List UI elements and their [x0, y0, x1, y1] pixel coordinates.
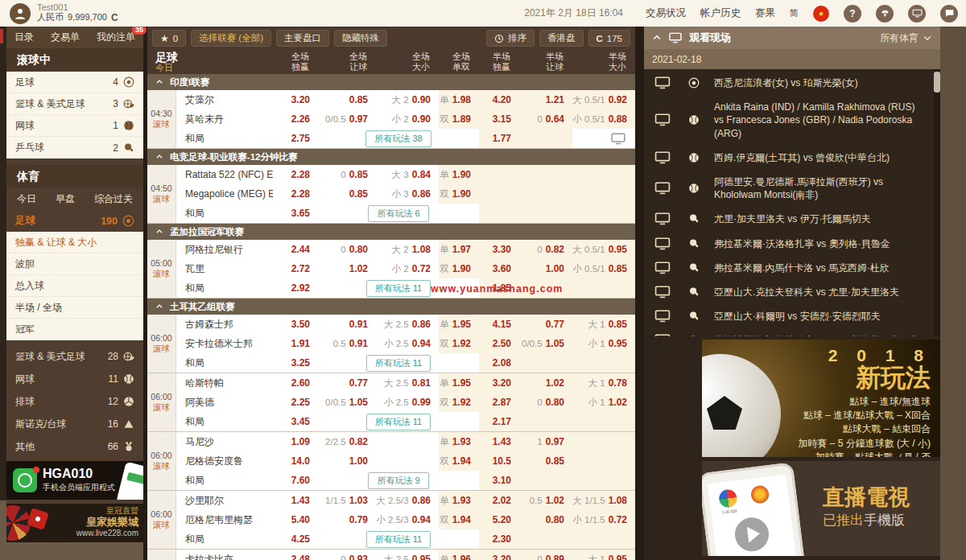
odds-cell[interactable]: 1.21 [519, 90, 572, 109]
hga010-app-ad[interactable]: HGA010 手机会员端应用程式 [6, 461, 143, 500]
link-results[interactable]: 赛果 [755, 6, 775, 20]
league-header[interactable]: 电竞足球-职业联赛-12分钟比赛 [147, 149, 635, 165]
odds-cell[interactable]: 2.60 [273, 373, 318, 393]
odds-cell[interactable]: 0/0.50.97 [318, 109, 376, 129]
odds-cell[interactable]: 0.80 [519, 510, 572, 529]
live-tv-icon[interactable] [908, 5, 926, 23]
live228-casino-ad[interactable]: 皇冠直營 皇家娛樂城 www.live228.com [6, 504, 143, 542]
all-plays-button[interactable]: 所有玩法 11 [366, 355, 431, 372]
odds-cell[interactable]: 0/0.51.05 [519, 334, 572, 353]
odds-cell[interactable]: 0/0.51.05 [318, 393, 376, 412]
odds-cell[interactable]: 大 0.5/10.95 [572, 240, 635, 259]
team-name[interactable]: 卡拉卡比亦 [176, 553, 273, 560]
odds-cell[interactable]: 2.28 [273, 165, 318, 184]
favorites-button[interactable]: ★0 [152, 30, 186, 47]
odds-cell[interactable]: 双1.92 [439, 393, 479, 412]
odds-cell[interactable]: 3.50 [273, 315, 318, 334]
chat-icon[interactable] [940, 5, 958, 23]
all-plays-button[interactable]: 所有玩法 11 [366, 531, 431, 548]
refresh-countdown-button[interactable]: C175 [588, 30, 631, 47]
odds-cell[interactable]: 2.50 [479, 334, 519, 353]
stream-list-item[interactable]: 弗拉迪斯拉夫·拉赫科夫 vs 阿列克謝.葉爾米洛夫 [644, 328, 940, 336]
odds-cell[interactable]: 大 2.50.81 [376, 373, 439, 393]
sidebar-other-sport-item[interactable]: 排球12 [6, 390, 143, 413]
stream-list-item[interactable]: 弗拉基米爾·沃洛格扎寧 vs 奧列格·貝魯金 [644, 232, 940, 256]
odds-cell[interactable]: 双1.94 [439, 510, 479, 529]
odds-cell[interactable]: 小 1/1.50.72 [572, 510, 635, 529]
stream-list-item[interactable]: 西悉尼流浪者(女) vs 珀斯光榮(女) [644, 71, 940, 95]
odds-cell[interactable]: 2.08 [479, 353, 519, 373]
sidebar-market-item[interactable]: 总入球 [6, 275, 143, 297]
sidebar-live-sport-item[interactable]: 网球1 [6, 115, 143, 137]
sidebar-item-soccer-selected[interactable]: 足球 190 [6, 210, 143, 232]
odds-cell[interactable]: 3.10 [479, 471, 519, 490]
sidebar-market-item[interactable]: 半场 / 全场 [6, 297, 143, 319]
stream-list-item[interactable]: 阿德里安.曼尼德斯.馬澤拉斯(西班牙) vs Khololwam Montsi(… [644, 170, 940, 207]
odds-cell[interactable]: 7.60 [273, 471, 318, 490]
team-name[interactable]: 厄格尼韦里梅瑟 [176, 513, 273, 527]
odds-cell[interactable]: 单1.97 [439, 240, 479, 259]
odds-cell[interactable]: 0.85 [318, 90, 376, 109]
help-icon[interactable]: ? [844, 5, 861, 23]
odds-cell[interactable]: 2.28 [273, 184, 318, 204]
stream-list-item[interactable]: 亞歷山大·科爾明 vs 安德烈·安德烈耶夫 [644, 304, 940, 328]
odds-cell[interactable]: 单1.96 [439, 550, 479, 560]
odds-cell[interactable]: 00.93 [318, 550, 376, 560]
odds-cell[interactable]: 1.43 [479, 432, 519, 451]
lang-toggle[interactable]: 简 [790, 7, 799, 19]
team-name[interactable]: 莫哈末丹 [176, 113, 273, 126]
odds-cell[interactable]: 小 20.90 [376, 109, 439, 129]
select-league-button[interactable]: 选择联赛 (全部) [191, 30, 271, 47]
odds-cell[interactable]: 小 30.86 [376, 184, 439, 204]
odds-cell[interactable]: 1.00 [519, 259, 572, 278]
team-name[interactable]: 阿美德 [176, 396, 273, 410]
odds-cell[interactable]: 4.25 [273, 529, 318, 549]
odds-cell[interactable]: 1.02 [318, 259, 376, 278]
odds-cell[interactable]: 2.02 [479, 491, 519, 510]
odds-cell[interactable]: 双1.94 [439, 451, 479, 471]
stream-list-item[interactable]: 尤里·加夫里洛夫 vs 伊万·托爾馬切夫 [644, 207, 940, 231]
odds-cell[interactable]: 0.85 [519, 451, 572, 471]
team-name[interactable]: 安卡拉德米士邦 [176, 337, 273, 351]
odds-cell[interactable]: 双1.90 [439, 259, 479, 278]
odds-cell[interactable]: 4.15 [479, 315, 519, 334]
sidebar-other-sport-item[interactable]: 网球11 [6, 368, 143, 390]
odds-cell[interactable]: 小 2.50.99 [376, 393, 439, 412]
odds-cell[interactable]: 2.72 [273, 259, 318, 278]
odds-cell[interactable]: 00.80 [519, 393, 572, 412]
odds-cell[interactable]: 0.79 [318, 510, 376, 529]
odds-cell[interactable]: 双1.92 [439, 334, 479, 353]
odds-cell[interactable]: 3.20 [273, 90, 318, 109]
odds-cell[interactable]: 3.15 [479, 109, 519, 129]
team-name[interactable]: 瓦里 [176, 262, 273, 276]
odds-cell[interactable]: 3.65 [273, 204, 318, 223]
sidebar-tab-mybets[interactable]: 我的注单 35 [97, 31, 135, 44]
all-plays-button[interactable]: 所有玩法 6 [368, 205, 428, 222]
team-name[interactable]: 艾藻尔 [176, 93, 273, 107]
scrollbar-thumb[interactable] [934, 72, 940, 93]
odds-cell[interactable]: 2.87 [479, 393, 519, 412]
odds-cell[interactable]: 小 0.5/10.85 [572, 259, 635, 278]
odds-cell[interactable]: 2.75 [273, 129, 318, 148]
sidebar-market-item[interactable]: 波胆 [6, 253, 143, 275]
league-header[interactable]: 印度I联赛 [147, 74, 635, 90]
team-name[interactable]: 哈斯特帕 [176, 377, 273, 390]
tab-today[interactable]: 今日 [17, 192, 36, 206]
odds-cell[interactable]: 0.91 [318, 315, 376, 334]
china-flag-icon[interactable]: ★ [813, 6, 829, 22]
odds-cell[interactable]: 小 2.50.94 [376, 334, 439, 353]
league-header[interactable]: 孟加拉国冠军联赛 [147, 224, 635, 240]
odds-cell[interactable]: 大 10.85 [572, 315, 635, 334]
league-header[interactable]: 土耳其乙组联赛 [147, 299, 635, 315]
odds-cell[interactable]: 大 2.50.86 [376, 315, 439, 334]
stream-list-item[interactable]: 弗拉基米爾.內馬什卡洛 vs 馬克西姆·杜欣 [644, 256, 940, 280]
draw-label[interactable]: 和局 [176, 207, 273, 220]
odds-cell[interactable]: 00.85 [318, 165, 376, 184]
draw-label[interactable]: 和局 [176, 415, 273, 429]
draw-label[interactable]: 和局 [176, 132, 273, 146]
odds-cell[interactable]: 2.44 [273, 240, 318, 259]
odds-cell[interactable]: 00.80 [318, 240, 376, 259]
odds-cell[interactable]: 1.85 [479, 278, 519, 298]
odds-cell[interactable]: 大 1/1.51.08 [572, 491, 635, 510]
sidebar-market-item[interactable]: 冠军 [6, 319, 143, 340]
